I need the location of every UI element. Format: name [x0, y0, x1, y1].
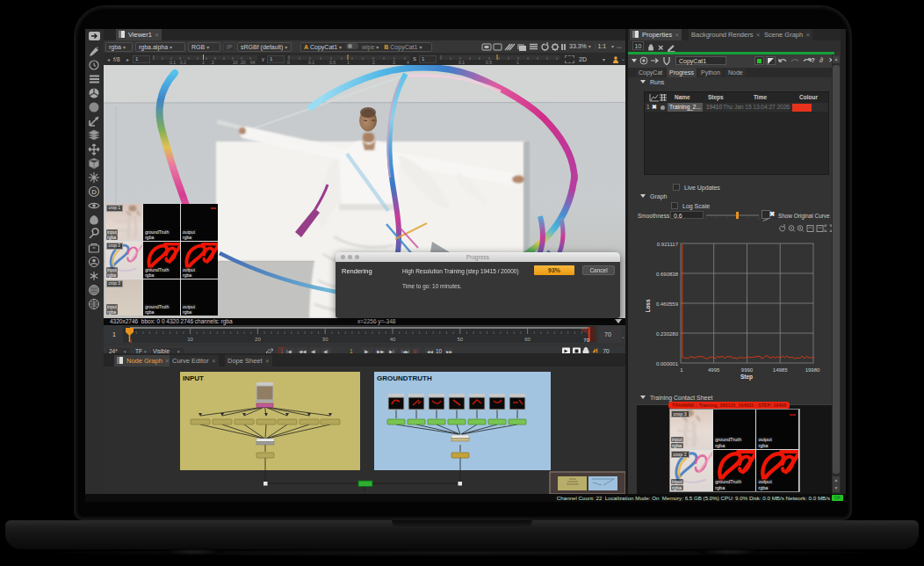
svg-text:9990: 9990 — [741, 367, 754, 373]
svg-text:70: 70 — [581, 328, 587, 333]
svg-text:14985: 14985 — [773, 367, 788, 373]
svg-text:Step: Step — [740, 374, 753, 381]
svg-text:70: 70 — [604, 331, 611, 337]
svg-text:0.460559: 0.460559 — [656, 301, 679, 307]
svg-text:0.000001: 0.000001 — [656, 361, 679, 366]
svg-text:0.921117: 0.921117 — [657, 242, 679, 247]
svg-text:D: D — [91, 188, 97, 196]
svg-text:4995: 4995 — [708, 367, 720, 373]
svg-text:70: 70 — [583, 337, 589, 343]
svg-text:19980: 19980 — [805, 367, 820, 373]
svg-text:50: 50 — [457, 337, 463, 342]
svg-text:INPUT: INPUT — [183, 374, 204, 382]
svg-text:30: 30 — [322, 337, 328, 342]
svg-text:10: 10 — [187, 337, 193, 342]
svg-text:1: 1 — [680, 367, 683, 373]
svg-text:GROUNDTRUTH: GROUNDTRUTH — [377, 374, 432, 382]
svg-text:60: 60 — [524, 337, 531, 342]
svg-text:Loss: Loss — [645, 299, 651, 313]
svg-text:20: 20 — [255, 337, 261, 342]
svg-text:1: 1 — [112, 331, 116, 337]
svg-text:40: 40 — [390, 337, 396, 342]
svg-text:0.230280: 0.230280 — [656, 331, 679, 337]
svg-text:0.690838: 0.690838 — [656, 272, 679, 277]
